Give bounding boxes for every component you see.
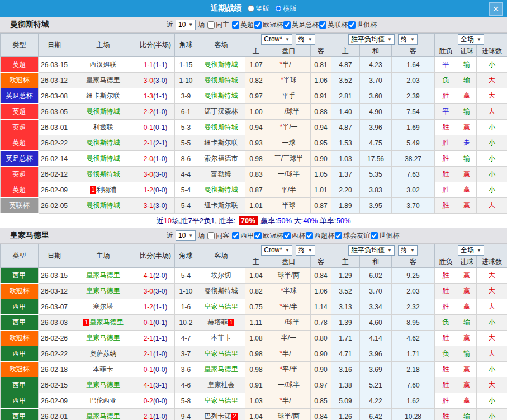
scope-select[interactable]: 全场▼ bbox=[458, 34, 484, 45]
league-filter[interactable]: 欧冠杯 bbox=[254, 20, 283, 30]
match-count-select[interactable]: 10▼ bbox=[176, 20, 196, 30]
layout-horizontal-option[interactable]: 横版 bbox=[275, 4, 297, 13]
away-team-name[interactable]: 皇家社会 bbox=[208, 381, 235, 389]
avg-stage-select[interactable]: 终▼ bbox=[398, 245, 418, 256]
league-filter[interactable]: 英联杯 bbox=[319, 20, 348, 30]
away-team-name[interactable]: 曼彻斯特城 bbox=[205, 92, 238, 100]
odds-stage-select[interactable]: 终▼ bbox=[296, 34, 315, 45]
league-type-badge[interactable]: 英足总杯 bbox=[1, 88, 39, 104]
home-team-name[interactable]: 皇家马德里 bbox=[87, 271, 120, 279]
league-filter[interactable]: 英超 bbox=[231, 20, 254, 30]
league-checkbox[interactable] bbox=[283, 21, 291, 29]
away-team-name[interactable]: 曼彻斯特城 bbox=[205, 123, 238, 131]
league-checkbox[interactable] bbox=[319, 21, 326, 29]
home-team-name[interactable]: 皇家马德里 bbox=[87, 76, 120, 84]
home-team-name[interactable]: 利兹联 bbox=[93, 123, 113, 131]
league-type-badge[interactable]: 英超 bbox=[1, 120, 39, 135]
away-team-name[interactable]: 曼彻斯特城 bbox=[205, 76, 238, 84]
same-venue-checkbox[interactable] bbox=[207, 232, 215, 239]
league-type-badge[interactable]: 西甲 bbox=[1, 299, 39, 315]
away-team-name[interactable]: 皇家马德里 bbox=[205, 397, 238, 404]
league-filter[interactable]: 西甲 bbox=[231, 231, 254, 240]
league-checkbox[interactable] bbox=[254, 21, 262, 29]
league-checkbox[interactable] bbox=[335, 232, 342, 239]
league-checkbox[interactable] bbox=[371, 232, 378, 239]
scope-select[interactable]: 全场▼ bbox=[458, 245, 484, 256]
league-type-badge[interactable]: 英超 bbox=[1, 57, 39, 73]
home-team-name[interactable]: 皇家马德里 bbox=[87, 412, 120, 420]
league-type-badge[interactable]: 英联杯 bbox=[1, 198, 39, 214]
league-checkbox[interactable] bbox=[232, 21, 239, 29]
home-team-name[interactable]: 曼彻斯特城 bbox=[87, 201, 120, 209]
home-team-name[interactable]: 塞尔塔 bbox=[93, 303, 113, 310]
layout-vertical-option[interactable]: 竖版 bbox=[248, 4, 269, 13]
home-team-name[interactable]: 本菲卡 bbox=[93, 365, 113, 373]
same-venue-filter[interactable]: 同客 bbox=[207, 231, 229, 240]
league-type-badge[interactable]: 英超 bbox=[1, 182, 39, 198]
away-team-name[interactable]: 富勒姆 bbox=[211, 170, 231, 178]
league-type-badge[interactable]: 欧冠杯 bbox=[1, 284, 39, 299]
away-team-name[interactable]: 皇家马德里 bbox=[205, 303, 238, 310]
league-filter[interactable]: 西杯 bbox=[283, 231, 305, 240]
away-team-name[interactable]: 诺丁汉森林 bbox=[205, 107, 238, 115]
league-checkbox[interactable] bbox=[348, 21, 356, 29]
league-checkbox[interactable] bbox=[306, 232, 313, 239]
away-team-name[interactable]: 曼彻斯特城 bbox=[205, 287, 238, 295]
home-team-name[interactable]: 皇家马德里 bbox=[87, 334, 120, 342]
away-team-name[interactable]: 巴列卡诺 bbox=[204, 412, 231, 420]
same-venue-filter[interactable]: 同主 bbox=[207, 20, 229, 30]
away-team-name[interactable]: 埃尔切 bbox=[211, 271, 231, 279]
home-team-name[interactable]: 皇家马德里 bbox=[87, 287, 120, 295]
odds-company-select[interactable]: Crow*▼ bbox=[261, 245, 292, 256]
away-team-name[interactable]: 赫塔菲 bbox=[207, 318, 228, 326]
horizontal-radio[interactable] bbox=[275, 5, 282, 12]
home-team-name[interactable]: 曼彻斯特城 bbox=[87, 170, 120, 178]
league-type-badge[interactable]: 英超 bbox=[1, 104, 39, 120]
league-type-badge[interactable]: 西甲 bbox=[1, 315, 39, 331]
league-type-badge[interactable]: 英超 bbox=[1, 135, 39, 151]
home-team-name[interactable]: 皇家马德里 bbox=[90, 318, 124, 326]
league-type-badge[interactable]: 西甲 bbox=[1, 409, 39, 420]
league-type-badge[interactable]: 英超 bbox=[1, 167, 39, 182]
odds-company-select[interactable]: Crow*▼ bbox=[261, 34, 292, 45]
league-type-badge[interactable]: 西甲 bbox=[1, 377, 39, 393]
home-team-name[interactable]: 巴伦西亚 bbox=[90, 397, 117, 404]
away-team-name[interactable]: 索尔福德市 bbox=[205, 154, 238, 162]
league-type-badge[interactable]: 欧冠杯 bbox=[1, 362, 39, 377]
league-type-badge[interactable]: 西甲 bbox=[1, 393, 39, 409]
same-venue-checkbox[interactable] bbox=[207, 21, 215, 29]
league-checkbox[interactable] bbox=[254, 232, 262, 239]
avg-type-select[interactable]: 胜平负均值▼ bbox=[348, 245, 395, 256]
league-filter[interactable]: 球会友谊 bbox=[334, 231, 370, 240]
away-team-name[interactable]: 曼彻斯特城 bbox=[205, 186, 238, 194]
league-type-badge[interactable]: 欧冠杯 bbox=[1, 331, 39, 346]
league-checkbox[interactable] bbox=[232, 232, 239, 239]
home-team-name[interactable]: 曼彻斯特城 bbox=[87, 154, 120, 162]
vertical-radio[interactable] bbox=[248, 5, 254, 12]
league-filter[interactable]: 世俱杯 bbox=[370, 231, 399, 240]
league-type-badge[interactable]: 西甲 bbox=[1, 346, 39, 362]
away-team-name[interactable]: 皇家马德里 bbox=[205, 350, 238, 357]
league-type-badge[interactable]: 西甲 bbox=[1, 268, 39, 284]
league-checkbox[interactable] bbox=[283, 232, 291, 239]
home-team-name[interactable]: 纽卡斯尔联 bbox=[87, 92, 120, 100]
league-type-badge[interactable]: 欧冠杯 bbox=[1, 73, 39, 88]
away-team-name[interactable]: 皇家马德里 bbox=[205, 365, 238, 373]
match-count-select[interactable]: 10▼ bbox=[176, 230, 196, 241]
home-team-name[interactable]: 奥萨苏纳 bbox=[90, 350, 117, 357]
odds-stage-select[interactable]: 终▼ bbox=[296, 245, 315, 256]
league-type-badge[interactable]: 英足总杯 bbox=[1, 151, 39, 167]
away-team-name[interactable]: 本菲卡 bbox=[211, 334, 231, 342]
league-filter[interactable]: 西超杯 bbox=[305, 231, 334, 240]
avg-stage-select[interactable]: 终▼ bbox=[398, 34, 418, 45]
league-filter[interactable]: 欧冠杯 bbox=[254, 231, 283, 240]
avg-type-select[interactable]: 胜平负均值▼ bbox=[348, 34, 395, 45]
league-filter[interactable]: 英足总杯 bbox=[283, 20, 319, 30]
home-team-name[interactable]: 曼彻斯特城 bbox=[87, 139, 120, 147]
away-team-name[interactable]: 曼彻斯特城 bbox=[205, 60, 238, 68]
home-team-name[interactable]: 曼彻斯特城 bbox=[87, 107, 120, 115]
close-button[interactable]: ✕ bbox=[489, 2, 503, 16]
league-filter[interactable]: 世俱杯 bbox=[348, 20, 377, 30]
away-team-name[interactable]: 纽卡斯尔联 bbox=[205, 139, 238, 147]
home-team-name[interactable]: 利物浦 bbox=[97, 186, 117, 194]
